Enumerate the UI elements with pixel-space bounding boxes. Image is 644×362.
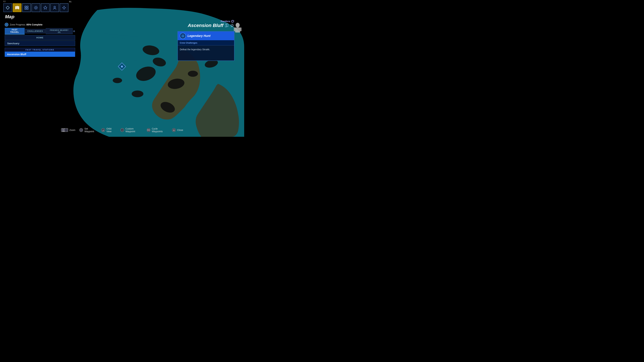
info-panel-header: ☠ Legendary Hunt <box>178 31 234 40</box>
nav-btn-skills[interactable]: R1 <box>60 3 68 12</box>
cycle-waypoints-btn: R3 <box>147 128 150 132</box>
svg-marker-32 <box>230 24 234 27</box>
zoom-label: Zoom <box>70 129 76 131</box>
info-panel: ☠ Legendary Hunt Crew Challenges Defeat … <box>178 31 234 61</box>
location-name: Ascension Bluff <box>188 23 234 28</box>
top-navigation: L1 <box>3 3 68 12</box>
nav-btn-diamond[interactable] <box>3 3 12 12</box>
nav-btn-map[interactable] <box>13 3 22 12</box>
nav-btn-settings[interactable] <box>32 3 40 12</box>
tab-row: FAST TRAVEL CHALLENGES FRIENDS NEARBY (0… <box>5 28 75 34</box>
custom-waypoint-btn: ○ <box>120 128 124 132</box>
r1-label: R1 <box>69 1 72 3</box>
cycle-waypoints-label: Cycle Waypoints <box>152 127 168 133</box>
svg-rect-17 <box>25 6 26 7</box>
svg-rect-30 <box>225 24 226 27</box>
close-btn[interactable]: ◎ <box>172 128 176 132</box>
crosshair-icon[interactable]: ✛ <box>73 30 75 33</box>
info-panel-title: Legendary Hunt <box>188 34 210 38</box>
svg-point-8 <box>113 78 122 83</box>
nav-btn-challenges[interactable] <box>41 3 50 12</box>
svg-point-24 <box>54 6 56 8</box>
info-panel-body: Defeat the legendary Skrakk. <box>178 45 234 60</box>
player-character-icon <box>234 22 242 35</box>
info-panel-subtitle: Crew Challenges <box>178 40 234 45</box>
tab-panel: FAST TRAVEL CHALLENGES FRIENDS NEARBY (0… <box>5 28 75 57</box>
svg-point-4 <box>132 90 144 97</box>
zoom-btn: L2 R2 <box>61 128 68 132</box>
travel-section: HOME Sanctuary FAST TRAVEL STATIONS Asce… <box>5 35 75 57</box>
svg-rect-35 <box>234 27 236 31</box>
svg-rect-20 <box>27 8 28 9</box>
svg-rect-36 <box>240 27 242 31</box>
svg-rect-34 <box>235 27 240 32</box>
nav-btn-inventory[interactable] <box>22 3 31 12</box>
custom-waypoint-label: Custom Waypoint <box>126 127 143 133</box>
svg-point-22 <box>34 6 38 9</box>
control-close: ◎ Close <box>172 128 183 132</box>
info-panel-subtitle-text: Crew Challenges <box>180 41 198 44</box>
map-marker <box>119 64 125 69</box>
orbit-view-btn: △ <box>101 128 105 132</box>
svg-marker-25 <box>62 6 66 9</box>
tab-challenges[interactable]: CHALLENGES <box>25 29 46 33</box>
close-label: Close <box>177 129 183 131</box>
svg-point-27 <box>6 24 7 25</box>
fast-travel-section-header: FAST TRAVEL STATIONS <box>5 48 75 52</box>
nav-btn-social[interactable] <box>50 3 59 12</box>
control-zoom: L2 R2 Zoom <box>61 128 75 132</box>
svg-rect-15 <box>16 6 18 9</box>
control-custom-waypoint: ○ Custom Waypoint <box>120 127 143 133</box>
svg-rect-19 <box>25 8 26 9</box>
location-planet: Pandora <box>188 20 234 23</box>
zone-progress-icon <box>5 23 8 26</box>
location-header: Pandora Ascension Bluff <box>188 20 234 28</box>
svg-text:☠: ☠ <box>182 34 184 37</box>
orbit-view-label: Orbit View <box>106 127 116 133</box>
svg-marker-23 <box>44 6 47 9</box>
svg-point-6 <box>188 71 198 77</box>
zone-progress: Zone Progress: 85% Complete <box>5 23 42 26</box>
control-orbit-view: △ Orbit View <box>101 127 116 133</box>
tab-fast-travel[interactable]: FAST TRAVEL <box>5 28 25 34</box>
svg-rect-31 <box>227 24 228 27</box>
svg-rect-14 <box>15 6 16 9</box>
set-waypoint-label: Set Waypoint <box>84 127 97 133</box>
home-section-header: HOME <box>5 35 75 40</box>
svg-rect-13 <box>6 6 10 9</box>
legendary-hunt-icon: ☠ <box>180 33 186 39</box>
svg-rect-18 <box>27 6 28 7</box>
fast-travel-item-ascension-bluff[interactable]: Ascension Bluff <box>5 52 75 57</box>
home-item-sanctuary[interactable]: Sanctuary <box>5 40 75 46</box>
tab-friends[interactable]: FRIENDS NEARBY (0) <box>46 28 72 34</box>
l1-label: L1 <box>3 0 6 2</box>
map-title: Map <box>5 14 14 19</box>
control-set-waypoint: □ Set Waypoint <box>79 127 97 133</box>
set-waypoint-btn: □ <box>79 128 83 132</box>
info-panel-description: Defeat the legendary Skrakk. <box>180 48 232 51</box>
control-cycle-waypoints: R3 Cycle Waypoints <box>147 127 168 133</box>
svg-rect-16 <box>18 6 19 9</box>
svg-point-21 <box>35 7 37 8</box>
zone-progress-text: Zone Progress: 85% Complete <box>10 23 42 26</box>
svg-point-33 <box>236 23 240 27</box>
bottom-controls: L2 R2 Zoom □ Set Waypoint △ Orbit View ○… <box>61 127 183 133</box>
